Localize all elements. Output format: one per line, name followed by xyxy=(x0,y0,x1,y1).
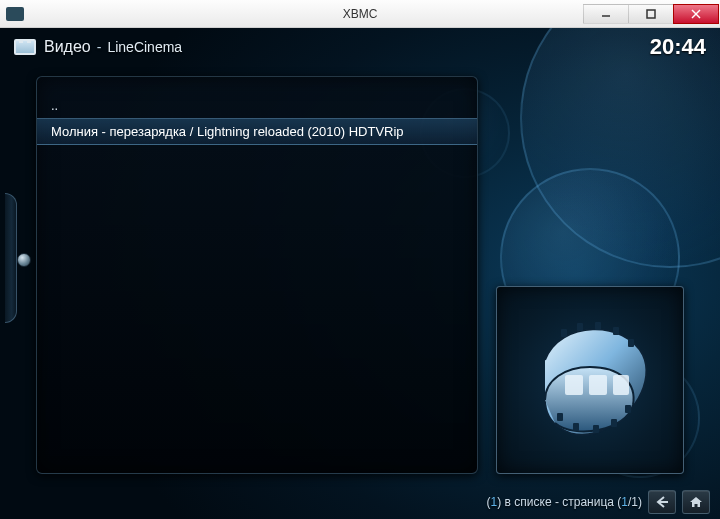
paren: ) xyxy=(638,495,642,509)
maximize-button[interactable] xyxy=(628,4,674,24)
clapperboard-icon xyxy=(14,39,36,55)
svg-rect-11 xyxy=(593,425,599,433)
svg-rect-15 xyxy=(589,375,607,395)
footer-count-suffix: в списке - страница xyxy=(501,495,617,509)
svg-rect-12 xyxy=(611,419,617,427)
clock: 20:44 xyxy=(650,34,706,60)
app-area: Видео - LineCinema 20:44 .. Молния - пер… xyxy=(0,28,720,519)
minimize-button[interactable] xyxy=(583,4,629,24)
header: Видео - LineCinema 20:44 xyxy=(14,34,706,60)
svg-rect-6 xyxy=(595,322,601,330)
svg-rect-9 xyxy=(557,413,563,421)
svg-rect-5 xyxy=(577,323,583,331)
home-icon xyxy=(689,495,703,509)
app-icon xyxy=(6,7,24,21)
svg-rect-16 xyxy=(613,375,629,395)
footer-page-total: 1 xyxy=(631,495,638,509)
arrow-left-icon xyxy=(655,496,669,508)
breadcrumb-separator: - xyxy=(97,39,102,55)
svg-rect-13 xyxy=(625,405,631,413)
side-panel-knob[interactable] xyxy=(17,253,31,267)
window-titlebar: XBMC xyxy=(0,0,720,28)
breadcrumb-source[interactable]: LineCinema xyxy=(107,39,182,55)
film-reel-icon xyxy=(515,305,665,455)
close-button[interactable] xyxy=(673,4,719,24)
home-button[interactable] xyxy=(682,490,710,514)
svg-rect-7 xyxy=(613,327,619,335)
video-list: .. Молния - перезарядка / Lightning relo… xyxy=(36,76,478,474)
svg-rect-10 xyxy=(573,423,579,431)
footer: (1) в списке - страница (1/1) xyxy=(0,485,720,519)
svg-rect-14 xyxy=(565,375,583,395)
footer-page-current: 1 xyxy=(621,495,628,509)
thumbnail-panel xyxy=(496,286,684,474)
breadcrumb-section[interactable]: Видео xyxy=(44,38,91,56)
svg-rect-4 xyxy=(561,329,567,337)
window-controls xyxy=(584,4,719,24)
svg-rect-1 xyxy=(647,10,655,18)
list-item-up[interactable]: .. xyxy=(37,93,477,118)
list-item[interactable]: Молния - перезарядка / Lightning reloade… xyxy=(37,118,477,145)
svg-rect-8 xyxy=(628,339,634,347)
footer-text: (1) в списке - страница (1/1) xyxy=(487,495,642,509)
back-button[interactable] xyxy=(648,490,676,514)
